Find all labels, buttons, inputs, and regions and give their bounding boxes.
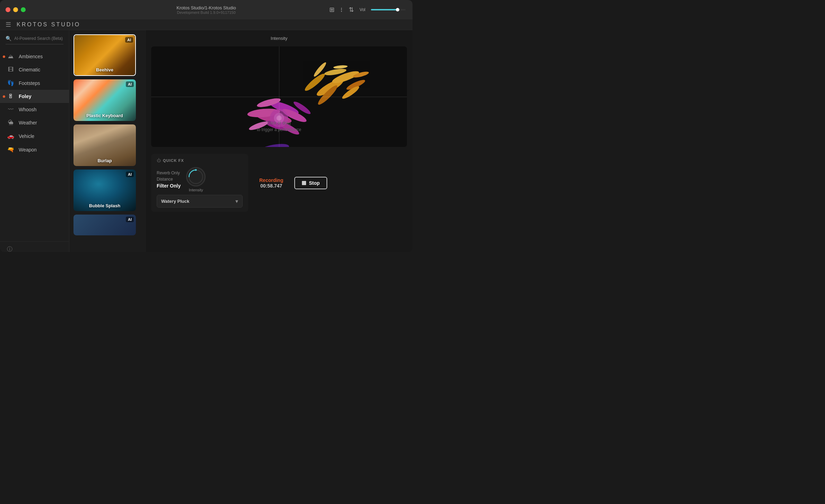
svg-point-31	[195, 169, 197, 171]
cinematic-icon: 🎞	[7, 67, 15, 73]
sidebar-item-weapon[interactable]: 🔫 Weapon	[0, 143, 69, 156]
quickfx-header: ⏻ QUICK FX	[157, 158, 243, 163]
volume-thumb	[396, 8, 399, 11]
volume-slider[interactable]	[371, 9, 406, 10]
sound-card-beehive[interactable]: AI Beehive	[73, 34, 136, 76]
mixer-icon[interactable]: ⇅	[349, 6, 354, 14]
svg-point-22	[258, 142, 290, 147]
performance-canvas[interactable]: Click or drag to trigger a performance	[151, 46, 407, 147]
main-layout: 🔍 ⛰ Ambiences 🎞 Cinematic 👣 Footsteps 🎚	[0, 30, 412, 252]
sound-card-bubble-splash[interactable]: AI Bubble Splash	[73, 170, 136, 211]
hint-line2: to trigger a performance	[257, 127, 301, 133]
minimize-button[interactable]	[13, 7, 18, 12]
knob-arc-svg	[187, 168, 205, 185]
preset-label: Watery Pluck	[161, 199, 189, 204]
recording-info: Recording 00:58.747	[259, 177, 283, 189]
sidebar-item-foley[interactable]: 🎚 Foley	[0, 90, 69, 103]
stop-label: Stop	[309, 180, 320, 186]
whoosh-icon: 〰	[7, 106, 15, 113]
chevron-down-icon: ▾	[235, 198, 238, 205]
titlebar-actions: ⊞ ⫶ ⇅ Vol	[329, 6, 406, 14]
footsteps-icon: 👣	[7, 80, 15, 86]
quickfx-title: QUICK FX	[163, 158, 184, 163]
library-icon[interactable]: ⫶	[340, 6, 343, 14]
burlap-label: Burlap	[73, 158, 136, 163]
crosshair-horizontal	[151, 97, 407, 97]
beehive-label: Beehive	[74, 67, 135, 72]
piano-roll-icon[interactable]: ⊞	[329, 6, 335, 14]
sidebar-label-whoosh: Whoosh	[19, 107, 36, 112]
partial-ai-badge: AI	[126, 217, 134, 222]
knob-label: Intensity	[189, 188, 203, 192]
sound-card-plastic-keyboard[interactable]: AI Plastic Keyboard	[73, 79, 136, 121]
power-icon[interactable]: ⏻	[157, 158, 161, 163]
info-icon[interactable]: ⓘ	[7, 246, 12, 252]
intensity-label: Intensity	[151, 36, 407, 41]
sidebar: 🔍 ⛰ Ambiences 🎞 Cinematic 👣 Footsteps 🎚	[0, 30, 69, 252]
weapon-icon: 🔫	[7, 146, 15, 153]
bubble-label: Bubble Splash	[73, 203, 136, 208]
sidebar-item-cinematic[interactable]: 🎞 Cinematic	[0, 63, 69, 76]
sidebar-item-footsteps[interactable]: 👣 Footsteps	[0, 76, 69, 90]
sidebar-label-cinematic: Cinematic	[19, 67, 40, 72]
krotos-logo: KROTOS STUDIO	[17, 21, 80, 28]
stop-icon	[302, 181, 306, 185]
sidebar-search-area: 🔍	[0, 36, 69, 50]
performance-area: Intensity	[146, 30, 412, 252]
window-title: Krotos Studio/1-Krotos Studio	[176, 5, 236, 10]
recording-label: Recording	[259, 177, 283, 183]
hint-line1: Click or drag	[257, 120, 301, 127]
content-area: AI Beehive AI Plastic Keyboard Burlap	[69, 30, 412, 252]
keyboard-label: Plastic Keyboard	[73, 113, 136, 118]
recording-time: 00:58.747	[259, 183, 283, 189]
sidebar-label-weather: Weather	[19, 120, 37, 125]
window-subtitle: Development Build 1.9.0+9117150	[176, 10, 236, 15]
vol-label: Vol	[359, 7, 365, 12]
sidebar-label-ambiences: Ambiences	[19, 54, 43, 59]
quickfx-options: Reverb Only Distance Filter Only	[157, 171, 181, 189]
intensity-knob-container: Intensity	[186, 167, 206, 192]
sidebar-item-ambiences[interactable]: ⛰ Ambiences	[0, 50, 69, 63]
sidebar-label-footsteps: Footsteps	[19, 80, 40, 86]
content-body: AI Beehive AI Plastic Keyboard Burlap	[69, 30, 412, 252]
quickfx-controls: Reverb Only Distance Filter Only	[157, 167, 243, 192]
sidebar-items: ⛰ Ambiences 🎞 Cinematic 👣 Footsteps 🎚 Fo…	[0, 50, 69, 241]
performance-hint: Click or drag to trigger a performance	[257, 120, 301, 133]
close-button[interactable]	[6, 7, 10, 12]
traffic-lights	[6, 7, 26, 12]
intensity-knob[interactable]	[186, 167, 206, 186]
hamburger-icon[interactable]: ☰	[6, 21, 11, 28]
titlebar: Krotos Studio/1-Krotos Studio Developmen…	[0, 0, 412, 19]
svg-point-7	[333, 65, 348, 69]
weather-icon: 🌦	[7, 120, 15, 126]
quickfx-option-filter[interactable]: Filter Only	[157, 183, 181, 189]
vehicle-icon: 🚗	[7, 133, 15, 139]
sidebar-item-weather[interactable]: 🌦 Weather	[0, 116, 69, 129]
search-bar[interactable]: 🔍	[6, 36, 63, 44]
bubble-ai-badge: AI	[126, 172, 134, 177]
sidebar-item-whoosh[interactable]: 〰 Whoosh	[0, 103, 69, 116]
stop-button[interactable]: Stop	[294, 177, 327, 189]
titlebar-text: Krotos Studio/1-Krotos Studio Developmen…	[176, 5, 236, 15]
foley-dot	[3, 95, 5, 98]
quickfx-panel: ⏻ QUICK FX Reverb Only Distance Filter O…	[151, 154, 248, 212]
quickfx-option-distance[interactable]: Distance	[157, 177, 181, 182]
fx-recording-row: ⏻ QUICK FX Reverb Only Distance Filter O…	[151, 151, 407, 215]
sound-panel: AI Beehive AI Plastic Keyboard Burlap	[69, 30, 146, 252]
sound-card-burlap[interactable]: Burlap	[73, 124, 136, 166]
sidebar-label-vehicle: Vehicle	[19, 133, 34, 139]
ambiences-dot	[3, 55, 5, 58]
search-icon: 🔍	[6, 36, 11, 41]
krotos-header: ☰ KROTOS STUDIO	[0, 19, 412, 30]
foley-icon: 🎚	[7, 93, 15, 99]
beehive-ai-badge: AI	[125, 37, 133, 43]
sidebar-label-foley: Foley	[19, 94, 32, 99]
preset-dropdown[interactable]: Watery Pluck ▾	[157, 195, 243, 208]
sound-card-partial[interactable]: AI	[73, 215, 136, 235]
maximize-button[interactable]	[21, 7, 26, 12]
ambiences-icon: ⛰	[7, 53, 15, 60]
sidebar-footer: ⓘ	[0, 241, 69, 252]
quickfx-option-reverb[interactable]: Reverb Only	[157, 171, 181, 175]
search-input[interactable]	[14, 36, 63, 41]
sidebar-item-vehicle[interactable]: 🚗 Vehicle	[0, 129, 69, 143]
